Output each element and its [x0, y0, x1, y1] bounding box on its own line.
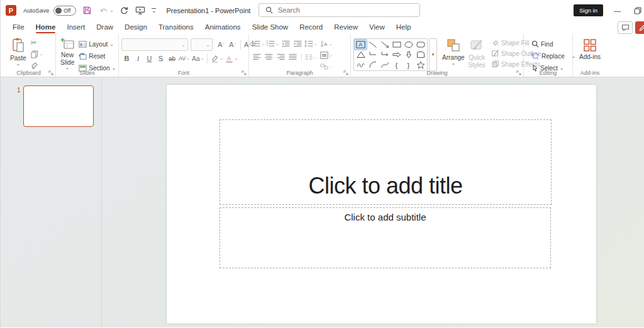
shape-freeform-scribble-icon[interactable] — [355, 60, 367, 70]
new-slide-button[interactable]: New Slide ⌄ — [58, 36, 76, 71]
justify-button[interactable] — [287, 52, 298, 62]
find-icon — [531, 40, 539, 48]
slide-thumbnail[interactable] — [23, 85, 94, 127]
paragraph-dialog-launcher-icon[interactable] — [343, 70, 348, 75]
tab-file[interactable]: File — [7, 22, 30, 33]
share-button[interactable] — [635, 21, 644, 34]
comments-button[interactable] — [618, 21, 633, 34]
shape-star-icon[interactable] — [414, 60, 426, 70]
svg-text:A: A — [358, 41, 362, 48]
sign-in-button[interactable]: Sign in — [574, 4, 603, 16]
subtitle-placeholder[interactable]: Click to add subtitle — [219, 207, 551, 268]
bold-button[interactable]: B — [121, 53, 132, 64]
tab-view[interactable]: View — [364, 22, 391, 33]
italic-button[interactable]: I — [133, 53, 143, 64]
title-placeholder[interactable]: Click to add title — [219, 119, 552, 205]
shape-right-arrow-icon[interactable] — [391, 50, 402, 60]
replace-button[interactable]: bc Replace ⌄ — [530, 51, 577, 61]
bullets-button[interactable]: ⌄ — [252, 38, 265, 49]
clipboard-dialog-launcher-icon[interactable] — [48, 70, 53, 75]
tab-review[interactable]: Review — [328, 22, 364, 33]
minimize-button[interactable]: — — [614, 7, 621, 14]
shape-text-box-icon[interactable]: A — [355, 40, 367, 50]
addins-group: Add-ins Add-ins — [573, 34, 607, 77]
shape-down-arrow-icon[interactable] — [402, 50, 414, 60]
shape-snip-corner-rectangle-icon[interactable] — [414, 50, 426, 60]
font-dialog-launcher-icon[interactable] — [242, 70, 247, 75]
shrink-font-button[interactable]: Aˇ — [227, 39, 238, 50]
slide-editor[interactable]: Click to add title Click to add subtitle — [167, 85, 596, 324]
font-size-combobox[interactable]: ⌄ — [191, 38, 213, 51]
tab-design[interactable]: Design — [119, 22, 153, 33]
grow-font-button[interactable]: Aˆ — [216, 39, 226, 50]
shape-arrow-icon[interactable] — [379, 40, 391, 50]
shape-rectangle-icon[interactable] — [391, 40, 402, 50]
character-spacing-button[interactable]: AV⌄ — [178, 53, 191, 64]
start-slideshow-button[interactable] — [135, 6, 145, 15]
powerpoint-logo-icon[interactable]: P — [6, 5, 16, 16]
align-text-button[interactable]: ⌄ — [320, 50, 333, 60]
paste-button[interactable]: Paste ⌄ — [8, 36, 28, 67]
find-button[interactable]: Find — [530, 39, 577, 49]
title-bar: P AutoSave Off ⌄ ⌄ Presentation1 - Power… — [1, 0, 644, 21]
paste-icon — [11, 38, 25, 53]
underline-button[interactable]: U — [144, 53, 155, 64]
strikethrough-button[interactable]: ab — [167, 53, 177, 64]
restore-window-button[interactable] — [634, 7, 641, 14]
search-box[interactable] — [258, 3, 420, 17]
arrange-button[interactable]: Arrange ⌄ — [440, 36, 467, 66]
search-input[interactable] — [278, 6, 404, 14]
shape-oval-icon[interactable] — [402, 40, 414, 50]
redo-button[interactable] — [119, 6, 129, 15]
quick-styles-button[interactable]: Quick Styles — [467, 36, 487, 70]
cut-button[interactable]: ✂ — [30, 38, 45, 48]
autosave-toggle[interactable]: Off — [53, 6, 76, 16]
customize-quick-access-icon[interactable]: ⌄ — [152, 8, 157, 13]
drawing-dialog-launcher-icon[interactable] — [516, 70, 521, 75]
text-direction-button[interactable]: A ⌄ — [320, 38, 333, 49]
redo-icon — [119, 6, 129, 15]
tab-animations[interactable]: Animations — [199, 22, 247, 33]
shape-curve-icon[interactable] — [379, 60, 391, 70]
undo-button[interactable]: ⌄ — [99, 6, 114, 15]
font-group-label: Font — [119, 70, 248, 76]
shape-left-brace-icon[interactable]: { — [391, 60, 402, 70]
numbering-button[interactable]: ⌄ — [266, 38, 279, 49]
shape-line-icon[interactable] — [367, 40, 379, 50]
align-right-button[interactable] — [275, 52, 286, 62]
font-color-button[interactable]: A ⌄ — [225, 53, 238, 64]
tab-help[interactable]: Help — [391, 22, 417, 33]
copy-button[interactable]: ⌄ — [30, 49, 45, 59]
align-left-button[interactable] — [252, 52, 262, 62]
text-highlight-button[interactable]: ⌄ — [210, 53, 224, 64]
line-spacing-button[interactable]: ⌄ — [304, 38, 318, 49]
format-painter-button[interactable] — [30, 60, 45, 70]
columns-button[interactable]: ⌄ — [305, 52, 317, 62]
reset-button[interactable]: Reset — [77, 51, 117, 61]
editing-group-label: Editing — [524, 70, 572, 76]
align-center-button[interactable] — [264, 52, 274, 62]
save-button[interactable] — [82, 6, 92, 15]
tab-slide-show[interactable]: Slide Show — [247, 22, 294, 33]
change-case-button[interactable]: Aa⌄ — [191, 53, 204, 64]
shape-elbow-connector-icon[interactable] — [367, 50, 379, 60]
tab-transitions[interactable]: Transitions — [153, 22, 199, 33]
tab-record[interactable]: Record — [294, 22, 328, 33]
text-shadow-button[interactable]: S — [155, 53, 166, 64]
increase-indent-button[interactable] — [292, 38, 303, 49]
undo-dropdown-icon[interactable]: ⌄ — [109, 8, 114, 13]
addins-button[interactable]: Add-ins — [577, 36, 602, 62]
slide-number: 1 — [17, 87, 21, 94]
shape-elbow-arrow-connector-icon[interactable] — [379, 50, 391, 60]
shape-right-brace-icon[interactable]: } — [402, 60, 414, 70]
shape-arc-icon[interactable] — [367, 60, 379, 70]
shape-rounded-rectangle-icon[interactable] — [414, 40, 426, 50]
tab-draw[interactable]: Draw — [91, 22, 119, 33]
shapes-more-button[interactable]: ▾ — [429, 38, 437, 71]
decrease-indent-button[interactable] — [280, 38, 291, 49]
layout-button[interactable]: Layout⌄ — [77, 39, 117, 49]
font-name-combobox[interactable]: ⌄ — [121, 38, 188, 51]
tab-insert[interactable]: Insert — [61, 22, 91, 33]
tab-home[interactable]: Home — [30, 22, 62, 33]
shape-triangle-icon[interactable] — [355, 50, 367, 60]
